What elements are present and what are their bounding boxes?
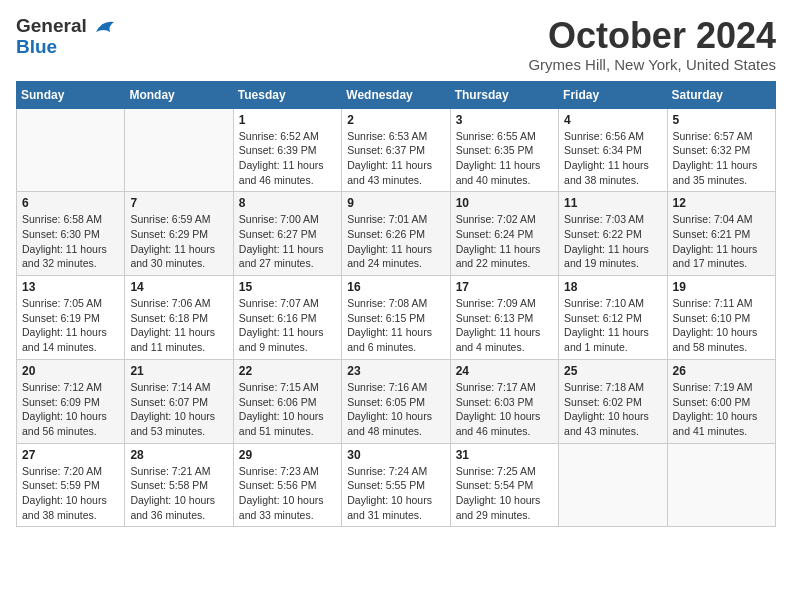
calendar-cell: 18Sunrise: 7:10 AMSunset: 6:12 PMDayligh… bbox=[559, 276, 667, 360]
day-number: 12 bbox=[673, 196, 770, 210]
title-block: October 2024 Grymes Hill, New York, Unit… bbox=[528, 16, 776, 73]
day-detail: Sunrise: 7:03 AMSunset: 6:22 PMDaylight:… bbox=[564, 212, 661, 271]
day-number: 27 bbox=[22, 448, 119, 462]
calendar-cell: 29Sunrise: 7:23 AMSunset: 5:56 PMDayligh… bbox=[233, 443, 341, 527]
day-detail: Sunrise: 7:18 AMSunset: 6:02 PMDaylight:… bbox=[564, 380, 661, 439]
day-number: 15 bbox=[239, 280, 336, 294]
weekday-header-wednesday: Wednesday bbox=[342, 81, 450, 108]
calendar-cell: 28Sunrise: 7:21 AMSunset: 5:58 PMDayligh… bbox=[125, 443, 233, 527]
calendar-cell: 27Sunrise: 7:20 AMSunset: 5:59 PMDayligh… bbox=[17, 443, 125, 527]
day-detail: Sunrise: 6:59 AMSunset: 6:29 PMDaylight:… bbox=[130, 212, 227, 271]
calendar-week-row: 27Sunrise: 7:20 AMSunset: 5:59 PMDayligh… bbox=[17, 443, 776, 527]
calendar-cell: 14Sunrise: 7:06 AMSunset: 6:18 PMDayligh… bbox=[125, 276, 233, 360]
logo-blue: Blue bbox=[16, 37, 57, 58]
calendar-table: SundayMondayTuesdayWednesdayThursdayFrid… bbox=[16, 81, 776, 528]
day-detail: Sunrise: 7:16 AMSunset: 6:05 PMDaylight:… bbox=[347, 380, 444, 439]
day-detail: Sunrise: 7:24 AMSunset: 5:55 PMDaylight:… bbox=[347, 464, 444, 523]
calendar-week-row: 6Sunrise: 6:58 AMSunset: 6:30 PMDaylight… bbox=[17, 192, 776, 276]
day-number: 13 bbox=[22, 280, 119, 294]
day-number: 28 bbox=[130, 448, 227, 462]
calendar-cell: 9Sunrise: 7:01 AMSunset: 6:26 PMDaylight… bbox=[342, 192, 450, 276]
day-number: 2 bbox=[347, 113, 444, 127]
day-detail: Sunrise: 6:57 AMSunset: 6:32 PMDaylight:… bbox=[673, 129, 770, 188]
day-number: 31 bbox=[456, 448, 553, 462]
day-number: 11 bbox=[564, 196, 661, 210]
day-number: 18 bbox=[564, 280, 661, 294]
day-number: 10 bbox=[456, 196, 553, 210]
calendar-cell: 23Sunrise: 7:16 AMSunset: 6:05 PMDayligh… bbox=[342, 359, 450, 443]
day-number: 29 bbox=[239, 448, 336, 462]
calendar-cell: 17Sunrise: 7:09 AMSunset: 6:13 PMDayligh… bbox=[450, 276, 558, 360]
day-number: 8 bbox=[239, 196, 336, 210]
calendar-cell: 30Sunrise: 7:24 AMSunset: 5:55 PMDayligh… bbox=[342, 443, 450, 527]
calendar-cell: 11Sunrise: 7:03 AMSunset: 6:22 PMDayligh… bbox=[559, 192, 667, 276]
day-number: 20 bbox=[22, 364, 119, 378]
calendar-cell: 20Sunrise: 7:12 AMSunset: 6:09 PMDayligh… bbox=[17, 359, 125, 443]
day-number: 1 bbox=[239, 113, 336, 127]
calendar-cell: 3Sunrise: 6:55 AMSunset: 6:35 PMDaylight… bbox=[450, 108, 558, 192]
day-detail: Sunrise: 7:08 AMSunset: 6:15 PMDaylight:… bbox=[347, 296, 444, 355]
day-number: 14 bbox=[130, 280, 227, 294]
weekday-header-monday: Monday bbox=[125, 81, 233, 108]
day-number: 7 bbox=[130, 196, 227, 210]
day-detail: Sunrise: 7:12 AMSunset: 6:09 PMDaylight:… bbox=[22, 380, 119, 439]
calendar-cell: 4Sunrise: 6:56 AMSunset: 6:34 PMDaylight… bbox=[559, 108, 667, 192]
calendar-cell: 7Sunrise: 6:59 AMSunset: 6:29 PMDaylight… bbox=[125, 192, 233, 276]
day-detail: Sunrise: 7:00 AMSunset: 6:27 PMDaylight:… bbox=[239, 212, 336, 271]
logo-bird-icon bbox=[94, 18, 116, 36]
calendar-cell bbox=[17, 108, 125, 192]
day-number: 9 bbox=[347, 196, 444, 210]
day-number: 4 bbox=[564, 113, 661, 127]
day-detail: Sunrise: 7:11 AMSunset: 6:10 PMDaylight:… bbox=[673, 296, 770, 355]
day-detail: Sunrise: 7:21 AMSunset: 5:58 PMDaylight:… bbox=[130, 464, 227, 523]
calendar-cell: 25Sunrise: 7:18 AMSunset: 6:02 PMDayligh… bbox=[559, 359, 667, 443]
weekday-header-sunday: Sunday bbox=[17, 81, 125, 108]
calendar-week-row: 20Sunrise: 7:12 AMSunset: 6:09 PMDayligh… bbox=[17, 359, 776, 443]
calendar-cell: 6Sunrise: 6:58 AMSunset: 6:30 PMDaylight… bbox=[17, 192, 125, 276]
calendar-cell: 15Sunrise: 7:07 AMSunset: 6:16 PMDayligh… bbox=[233, 276, 341, 360]
weekday-header-tuesday: Tuesday bbox=[233, 81, 341, 108]
day-number: 30 bbox=[347, 448, 444, 462]
day-number: 25 bbox=[564, 364, 661, 378]
day-detail: Sunrise: 6:52 AMSunset: 6:39 PMDaylight:… bbox=[239, 129, 336, 188]
calendar-cell bbox=[125, 108, 233, 192]
day-detail: Sunrise: 7:23 AMSunset: 5:56 PMDaylight:… bbox=[239, 464, 336, 523]
day-detail: Sunrise: 6:53 AMSunset: 6:37 PMDaylight:… bbox=[347, 129, 444, 188]
day-detail: Sunrise: 7:02 AMSunset: 6:24 PMDaylight:… bbox=[456, 212, 553, 271]
month-title: October 2024 bbox=[528, 16, 776, 56]
day-number: 22 bbox=[239, 364, 336, 378]
day-detail: Sunrise: 7:20 AMSunset: 5:59 PMDaylight:… bbox=[22, 464, 119, 523]
day-detail: Sunrise: 7:10 AMSunset: 6:12 PMDaylight:… bbox=[564, 296, 661, 355]
day-detail: Sunrise: 7:01 AMSunset: 6:26 PMDaylight:… bbox=[347, 212, 444, 271]
calendar-cell bbox=[559, 443, 667, 527]
calendar-cell: 21Sunrise: 7:14 AMSunset: 6:07 PMDayligh… bbox=[125, 359, 233, 443]
day-detail: Sunrise: 6:56 AMSunset: 6:34 PMDaylight:… bbox=[564, 129, 661, 188]
calendar-cell: 19Sunrise: 7:11 AMSunset: 6:10 PMDayligh… bbox=[667, 276, 775, 360]
day-detail: Sunrise: 7:19 AMSunset: 6:00 PMDaylight:… bbox=[673, 380, 770, 439]
day-detail: Sunrise: 7:09 AMSunset: 6:13 PMDaylight:… bbox=[456, 296, 553, 355]
day-detail: Sunrise: 6:55 AMSunset: 6:35 PMDaylight:… bbox=[456, 129, 553, 188]
day-detail: Sunrise: 7:04 AMSunset: 6:21 PMDaylight:… bbox=[673, 212, 770, 271]
calendar-week-row: 13Sunrise: 7:05 AMSunset: 6:19 PMDayligh… bbox=[17, 276, 776, 360]
weekday-header-saturday: Saturday bbox=[667, 81, 775, 108]
calendar-cell: 12Sunrise: 7:04 AMSunset: 6:21 PMDayligh… bbox=[667, 192, 775, 276]
logo-general: General bbox=[16, 16, 116, 37]
day-detail: Sunrise: 7:05 AMSunset: 6:19 PMDaylight:… bbox=[22, 296, 119, 355]
weekday-header-thursday: Thursday bbox=[450, 81, 558, 108]
header: General Blue October 2024 Grymes Hill, N… bbox=[16, 16, 776, 73]
calendar-cell: 16Sunrise: 7:08 AMSunset: 6:15 PMDayligh… bbox=[342, 276, 450, 360]
calendar-cell: 31Sunrise: 7:25 AMSunset: 5:54 PMDayligh… bbox=[450, 443, 558, 527]
calendar-cell: 8Sunrise: 7:00 AMSunset: 6:27 PMDaylight… bbox=[233, 192, 341, 276]
calendar-cell: 24Sunrise: 7:17 AMSunset: 6:03 PMDayligh… bbox=[450, 359, 558, 443]
calendar-cell: 5Sunrise: 6:57 AMSunset: 6:32 PMDaylight… bbox=[667, 108, 775, 192]
calendar-cell: 13Sunrise: 7:05 AMSunset: 6:19 PMDayligh… bbox=[17, 276, 125, 360]
day-number: 5 bbox=[673, 113, 770, 127]
calendar-cell: 22Sunrise: 7:15 AMSunset: 6:06 PMDayligh… bbox=[233, 359, 341, 443]
day-detail: Sunrise: 7:14 AMSunset: 6:07 PMDaylight:… bbox=[130, 380, 227, 439]
calendar-cell: 10Sunrise: 7:02 AMSunset: 6:24 PMDayligh… bbox=[450, 192, 558, 276]
day-detail: Sunrise: 7:06 AMSunset: 6:18 PMDaylight:… bbox=[130, 296, 227, 355]
day-number: 17 bbox=[456, 280, 553, 294]
day-number: 21 bbox=[130, 364, 227, 378]
day-detail: Sunrise: 7:15 AMSunset: 6:06 PMDaylight:… bbox=[239, 380, 336, 439]
location: Grymes Hill, New York, United States bbox=[528, 56, 776, 73]
